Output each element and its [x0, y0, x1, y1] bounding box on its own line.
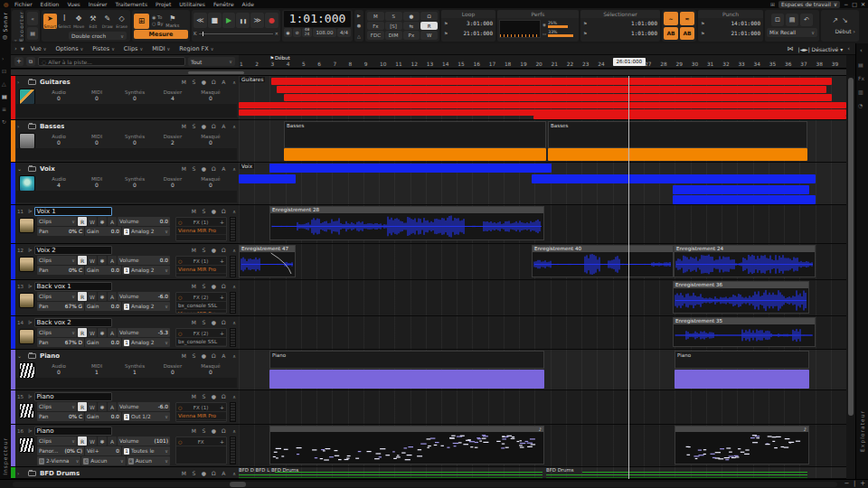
mix-r-button[interactable]: R	[420, 22, 438, 31]
mix-ω-button[interactable]: Ω	[420, 12, 438, 21]
track-s-button[interactable]: S	[189, 79, 198, 85]
pan-control[interactable]: Pan67% G	[37, 302, 84, 311]
k-close-icon[interactable]: ✕	[275, 31, 278, 36]
zoom-out-button[interactable]: −	[844, 480, 849, 487]
track-record-button[interactable]: ●	[199, 352, 208, 359]
output-dropdown[interactable]: 1Analog 2∨	[122, 338, 170, 347]
loop-end-value[interactable]: 21:01:000	[463, 30, 493, 36]
gain-control[interactable]: Gain0.0	[85, 302, 121, 311]
clip-bar[interactable]	[284, 148, 546, 161]
clips-dropdown[interactable]: Clips∨	[37, 217, 77, 226]
write-automation-button[interactable]: W	[88, 436, 97, 446]
track-record-button[interactable]: ●	[209, 208, 218, 214]
clip-bar[interactable]	[239, 174, 296, 183]
menu-item-insérer[interactable]: Insérer	[89, 1, 108, 7]
folder-arrow-icon[interactable]: ›	[17, 470, 24, 476]
track-s-button[interactable]: S	[199, 208, 208, 214]
power-icon[interactable]: ○	[178, 258, 182, 264]
track-record-button[interactable]: ●	[209, 319, 218, 325]
track-header-voix[interactable]: ⌄VoixMS●ΩA∧Audio4MIDI0Synthés0Dossier0Ma…	[11, 163, 239, 205]
left-tool-icon-0[interactable]: ›	[2, 55, 4, 61]
record-arm-button[interactable]: R	[78, 436, 87, 446]
track-name[interactable]: BFD Drums	[40, 470, 80, 477]
envelope-icon[interactable]: ⋈	[787, 45, 793, 52]
view-menu-region-fx[interactable]: Region FX∨	[176, 45, 216, 52]
horizontal-splitter[interactable]	[11, 69, 846, 76]
mix-fx-button[interactable]: Fx	[367, 22, 384, 31]
track-m-button[interactable]: M	[179, 470, 188, 476]
track-s-button[interactable]: S	[189, 352, 198, 359]
collapse-chevron-icon[interactable]: ∧	[232, 166, 236, 172]
track-name[interactable]: Back vox 2	[34, 318, 112, 327]
write-automation-button[interactable]: W	[88, 292, 97, 301]
right-tool-icon-0[interactable]: ▤	[858, 61, 863, 68]
transport-pause-button[interactable]: ❚❚	[236, 13, 250, 28]
nav-button-1[interactable]: ▤	[27, 27, 38, 41]
fx-rack[interactable]: ○FX (1)+Vienna MIR Pro	[175, 217, 227, 241]
track-ω-button[interactable]: Ω	[219, 319, 228, 325]
track-m-button[interactable]: M	[189, 427, 198, 434]
automation-button[interactable]: A	[108, 217, 117, 226]
track-ω-button[interactable]: Ω	[209, 123, 218, 129]
output-dropdown[interactable]: 1Analog 2∨	[122, 302, 170, 311]
track-record-button[interactable]: ●	[209, 283, 218, 289]
vertical-scrollbar[interactable]	[846, 76, 855, 479]
duration-dropdown[interactable]: Double croch∨	[69, 32, 127, 40]
audio-clip[interactable]: Enregistrement 24	[674, 245, 816, 277]
snap-grid-button[interactable]: ⊞	[134, 14, 149, 29]
track-name[interactable]: Back vox 1	[34, 282, 112, 291]
track-name[interactable]: Basses	[40, 123, 64, 130]
track-s-button[interactable]: S	[189, 123, 198, 129]
fx-plugin[interactable]: bx_console SSL	[176, 302, 226, 310]
view-menu-options[interactable]: Options∨	[52, 45, 86, 52]
track-header-bfd-drums[interactable]: ›BFD DrumsMS●ΩA∧	[11, 467, 239, 479]
fx-bypass-button[interactable]: ✱	[98, 436, 107, 446]
track-header-14[interactable]: 14‖▸Back vox 2MS●Ω∧Clips∨RW✱AVolume-5.3P…	[11, 316, 239, 350]
tool-move[interactable]: ✥Move	[72, 14, 86, 29]
fx-plugin[interactable]: Vienna MIR Pro	[176, 227, 226, 235]
tool-edit[interactable]: ⚒Edit	[86, 14, 99, 29]
view-menu-vue[interactable]: Vue∨	[28, 45, 50, 52]
track-name[interactable]: Piano	[40, 352, 60, 360]
track-header-12[interactable]: 12‖▸Voix 2MS●Ω∧Clips∨RW✱AVolume0.0Pan0% …	[11, 244, 239, 280]
track-s-button[interactable]: S	[199, 283, 208, 289]
select-end-value[interactable]: 1:01:000	[631, 30, 657, 36]
pan-control[interactable]: Pan0% C	[37, 412, 84, 421]
clip-bar[interactable]	[269, 164, 552, 173]
track-m-button[interactable]: M	[189, 319, 198, 325]
track-record-button[interactable]: ●	[209, 427, 218, 434]
track-s-button[interactable]: S	[199, 319, 208, 325]
left-tool-icon-1[interactable]: ⊡	[2, 68, 6, 74]
fx-plugin[interactable]: Vienna MIR Pro	[176, 310, 226, 314]
punch-end-value[interactable]: 21:01:000	[731, 30, 760, 36]
automation-button[interactable]: A	[108, 292, 117, 301]
drums-clip[interactable]: BFD D BFD L BFD Drums	[239, 467, 544, 478]
gain-control[interactable]: Gain0.0	[85, 227, 121, 236]
track-filter-dropdown[interactable]: Tout∨	[188, 57, 235, 66]
ab-button-3[interactable]: AB	[680, 27, 694, 41]
output-dropdown[interactable]: 1Toutes le∨	[122, 446, 170, 455]
inspector-label[interactable]: Inspecteur	[2, 437, 8, 475]
audio-clip[interactable]: Enregistrement 40	[532, 245, 674, 277]
zoom-in-button[interactable]: +	[860, 480, 865, 487]
fx-rack[interactable]: ○FX (1)+Vienna MIR Pro	[175, 402, 227, 422]
snap-value-button[interactable]: Mesure	[134, 30, 188, 39]
power-icon[interactable]: ○	[178, 331, 182, 336]
automation-button[interactable]: A	[108, 402, 117, 411]
write-automation-button[interactable]: W	[88, 402, 97, 411]
power-icon[interactable]: ○	[178, 439, 182, 445]
k-slider[interactable]	[199, 33, 273, 34]
fx-rack[interactable]: ○FX (2)+bx_console SSLVienna MIR Pro	[175, 328, 227, 347]
clip[interactable]: Piano	[269, 351, 544, 369]
volume-control[interactable]: Volume-6.0	[118, 402, 170, 411]
gain-control[interactable]: Gain0.0	[85, 338, 121, 347]
lane-guitares[interactable]: Guitares	[239, 76, 846, 120]
arrow-icon-0[interactable]: ↗	[832, 16, 838, 24]
left-tool-icon-5[interactable]: ↻	[2, 118, 6, 125]
clip-bar[interactable]	[532, 174, 816, 183]
track-name[interactable]: Voix 2	[34, 246, 112, 255]
automation-button[interactable]: A	[108, 256, 117, 265]
track-ω-button[interactable]: Ω	[219, 208, 228, 214]
lane-bfd-drums[interactable]: BFD D BFD L BFD DrumsBFD Drums	[239, 467, 846, 479]
transport-rewind-button[interactable]: ≪	[193, 13, 207, 28]
